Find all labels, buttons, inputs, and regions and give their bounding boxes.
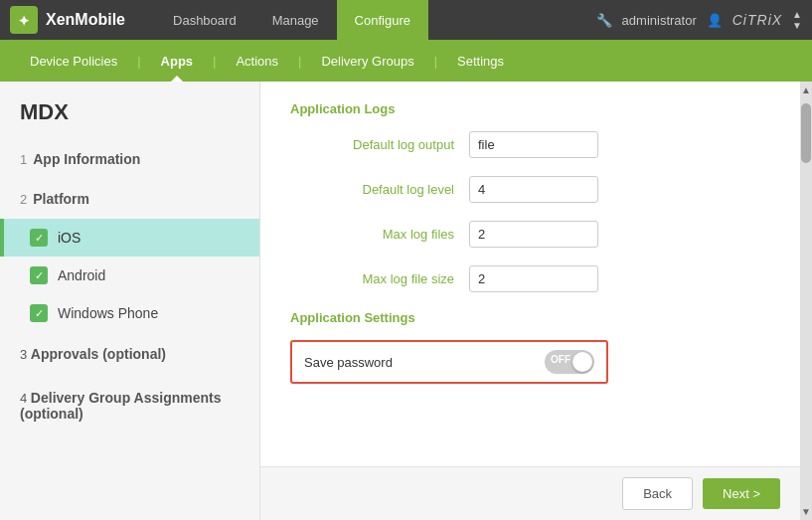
save-password-label: Save password <box>304 355 545 370</box>
content-area: Application Logs Default log output Defa… <box>260 82 800 520</box>
sidebar-title: MDX <box>0 82 259 139</box>
sidebar-platform-windows-phone[interactable]: ✓ Windows Phone <box>0 294 259 332</box>
android-label: Android <box>58 267 105 283</box>
citrix-logo: CiTRiX <box>732 12 782 28</box>
svg-text:✦: ✦ <box>18 13 30 29</box>
sub-nav-actions[interactable]: Actions <box>216 40 298 82</box>
sub-nav-device-policies[interactable]: Device Policies <box>10 40 137 82</box>
user-icon: 👤 <box>707 13 723 28</box>
step-2-label: Platform <box>33 191 89 207</box>
max-log-files-label: Max log files <box>290 227 469 242</box>
max-log-files-input[interactable] <box>469 221 598 248</box>
sidebar-step-4[interactable]: 4 Delivery Group Assignments (optional) <box>0 376 259 435</box>
step-3-num: 3 <box>20 347 27 362</box>
main-layout: MDX 1 App Information 2 Platform ✓ iOS ✓… <box>0 82 812 520</box>
sidebar-platform-android[interactable]: ✓ Android <box>0 257 259 294</box>
sidebar-step-2[interactable]: 2 Platform <box>0 179 259 219</box>
max-log-file-size-label: Max log file size <box>290 271 469 286</box>
active-indicator <box>0 219 4 257</box>
sub-nav-apps[interactable]: Apps <box>141 40 214 82</box>
step-3-label: Approvals (optional) <box>31 346 166 362</box>
max-log-file-size-row: Max log file size <box>290 265 770 292</box>
scroll-arrows[interactable]: ▲ ▼ <box>792 9 802 31</box>
max-log-files-row: Max log files <box>290 221 770 248</box>
top-nav-right: 🔧 administrator 👤 CiTRiX ▲ ▼ <box>596 9 802 31</box>
application-logs-header: Application Logs <box>290 101 770 116</box>
sidebar-step-1[interactable]: 1 App Information <box>0 139 259 179</box>
default-log-level-label: Default log level <box>290 182 469 197</box>
admin-username: administrator <box>622 13 697 28</box>
application-settings-header: Application Settings <box>290 310 770 325</box>
sub-nav: Device Policies | Apps | Actions | Deliv… <box>0 40 812 82</box>
scroll-up-arrow[interactable]: ▲ <box>798 82 812 98</box>
step-1-label: App Information <box>33 151 140 167</box>
ios-check-icon: ✓ <box>30 229 48 247</box>
default-log-level-row: Default log level <box>290 176 770 203</box>
toggle-knob <box>572 352 592 372</box>
windows-phone-label: Windows Phone <box>58 305 158 321</box>
default-log-output-input[interactable] <box>469 131 598 158</box>
toggle-off-label: OFF <box>551 354 570 365</box>
windows-phone-check-icon: ✓ <box>30 304 48 322</box>
scroll-thumb[interactable] <box>801 103 811 163</box>
step-4-label: Delivery Group Assignments (optional) <box>20 390 222 422</box>
max-log-file-size-input[interactable] <box>469 265 598 292</box>
sidebar: MDX 1 App Information 2 Platform ✓ iOS ✓… <box>0 82 260 520</box>
step-1-num: 1 <box>20 152 27 167</box>
nav-manage[interactable]: Manage <box>254 0 337 40</box>
nav-dashboard[interactable]: Dashboard <box>155 0 254 40</box>
sub-nav-delivery-groups[interactable]: Delivery Groups <box>301 40 433 82</box>
ios-label: iOS <box>58 230 81 246</box>
default-log-output-label: Default log output <box>290 137 469 152</box>
sidebar-ios-wrapper: ✓ iOS <box>0 219 259 257</box>
logo: ✦ XenMobile <box>10 6 125 34</box>
save-password-toggle[interactable]: OFF <box>545 350 594 374</box>
footer: Back Next > <box>260 466 800 520</box>
next-button[interactable]: Next > <box>703 478 780 509</box>
sidebar-platform-ios[interactable]: ✓ iOS <box>0 219 259 257</box>
xenmobile-logo-icon: ✦ <box>10 6 38 34</box>
app-name: XenMobile <box>46 11 125 29</box>
android-check-icon: ✓ <box>30 266 48 284</box>
step-2-num: 2 <box>20 192 27 207</box>
sub-nav-settings[interactable]: Settings <box>437 40 524 82</box>
nav-configure[interactable]: Configure <box>337 0 428 40</box>
top-nav-links: Dashboard Manage Configure <box>155 0 596 40</box>
top-nav: ✦ XenMobile Dashboard Manage Configure 🔧… <box>0 0 812 40</box>
scroll-down-arrow[interactable]: ▼ <box>798 503 812 520</box>
back-button[interactable]: Back <box>622 477 693 510</box>
save-password-row: Save password OFF <box>290 340 608 384</box>
step-4-num: 4 <box>20 391 27 406</box>
sidebar-step-3[interactable]: 3 Approvals (optional) <box>0 332 259 376</box>
default-log-output-row: Default log output <box>290 131 770 158</box>
right-scrollbar[interactable]: ▲ ▼ <box>800 82 812 520</box>
wrench-icon: 🔧 <box>596 13 612 28</box>
default-log-level-input[interactable] <box>469 176 598 203</box>
